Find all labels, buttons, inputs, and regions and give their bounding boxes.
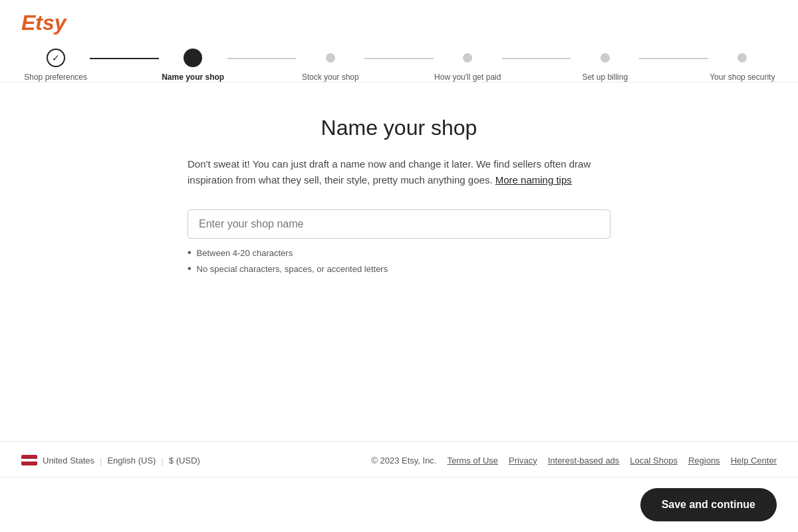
regions-link[interactable]: Regions — [688, 456, 720, 466]
step-label: Shop preferences — [24, 72, 87, 82]
step-stock-your-shop: Stock your shop — [296, 49, 364, 82]
connector-2 — [227, 58, 296, 59]
step-label-6: Your shop security — [710, 72, 775, 82]
footer-copyright: © 2023 Etsy, Inc. — [371, 456, 436, 466]
footer-right: © 2023 Etsy, Inc. Terms of Use Privacy I… — [371, 456, 777, 466]
footer-divider-1: | — [100, 456, 102, 466]
connector-3 — [364, 58, 433, 59]
input-rules: Between 4-20 characters No special chara… — [188, 247, 610, 275]
step-circle-inactive-5 — [600, 53, 610, 63]
step-label-4: How you'll get paid — [434, 72, 501, 82]
step-shop-preferences: ✓ Shop preferences — [21, 49, 90, 82]
save-continue-button[interactable]: Save and continue — [640, 488, 777, 521]
main-content: Name your shop Don't sweat it! You can j… — [166, 82, 632, 305]
etsy-logo: Etsy — [21, 11, 66, 35]
rule-1: Between 4-20 characters — [188, 247, 610, 259]
rule-2: No special characters, spaces, or accent… — [188, 263, 610, 275]
footer-language: English (US) — [107, 456, 156, 466]
step-shop-security: Your shop security — [708, 49, 777, 82]
step-label-3: Stock your shop — [302, 72, 359, 82]
step-label-5: Set up billing — [582, 72, 628, 82]
step-name-your-shop: Name your shop — [159, 49, 227, 82]
step-how-paid: How you'll get paid — [434, 49, 502, 82]
local-shops-link[interactable]: Local Shops — [630, 456, 678, 466]
step-circle-inactive-6 — [737, 53, 747, 63]
step-circle-active — [184, 49, 202, 67]
checkmark-icon: ✓ — [52, 53, 60, 63]
interest-ads-link[interactable]: Interest-based ads — [548, 456, 620, 466]
connector-5 — [639, 58, 708, 59]
footer-left: United States | English (US) | $ (USD) — [21, 455, 200, 466]
step-circle-completed: ✓ — [47, 49, 65, 67]
footer-divider-2: | — [161, 456, 163, 466]
progress-bar: ✓ Shop preferences Name your shop Stock … — [21, 49, 777, 82]
step-circle-inactive — [326, 53, 335, 63]
step-set-up-billing: Set up billing — [571, 49, 639, 82]
step-circle-inactive-4 — [463, 53, 472, 63]
us-flag-icon — [21, 455, 37, 466]
terms-link[interactable]: Terms of Use — [447, 456, 498, 466]
help-center-link[interactable]: Help Center — [731, 456, 777, 466]
naming-tips-link[interactable]: More naming tips — [495, 174, 572, 186]
footer-location: United States — [43, 456, 94, 466]
shop-name-input[interactable] — [188, 209, 610, 239]
connector-4 — [502, 58, 571, 59]
description-text: Don't sweat it! You can just draft a nam… — [188, 156, 610, 188]
connector-1 — [90, 58, 158, 59]
step-label-active: Name your shop — [162, 72, 224, 82]
privacy-link[interactable]: Privacy — [509, 456, 537, 466]
footer-currency: $ (USD) — [169, 456, 200, 466]
footer: United States | English (US) | $ (USD) ©… — [0, 441, 798, 479]
bottom-bar: Save and continue — [0, 477, 798, 532]
header: Etsy ✓ Shop preferences Name your shop S… — [0, 0, 798, 82]
page-title: Name your shop — [188, 116, 610, 140]
